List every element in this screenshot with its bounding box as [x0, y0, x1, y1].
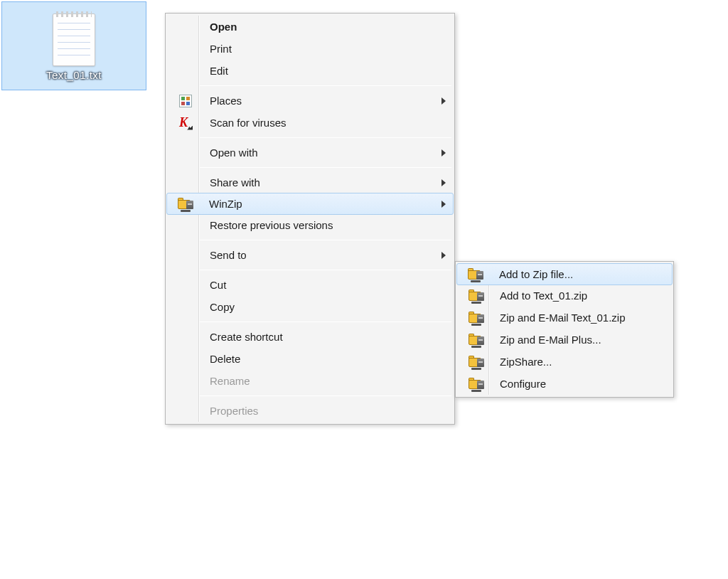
- menu-separator: [200, 240, 451, 240]
- menu-item-send-to[interactable]: Send to: [167, 244, 453, 266]
- winzip-submenu: Add to Zip file... Add to Text_01.zip Zi…: [455, 261, 674, 398]
- text-file-icon: [47, 6, 101, 66]
- menu-label: Open: [201, 21, 439, 33]
- winzip-icon: [468, 268, 482, 281]
- menu-separator: [200, 167, 451, 168]
- kaspersky-icon: K: [179, 117, 192, 129]
- menu-item-print[interactable]: Print: [167, 38, 453, 60]
- menu-label: Configure: [491, 378, 658, 390]
- menu-label: Send to: [201, 249, 439, 261]
- submenu-arrow-icon: [441, 252, 446, 259]
- menu-label: Open with: [201, 147, 439, 159]
- menu-item-delete[interactable]: Delete: [167, 348, 453, 370]
- menu-item-edit[interactable]: Edit: [167, 60, 453, 82]
- menu-label: Zip and E-Mail Plus...: [491, 334, 658, 346]
- submenu-item-zipshare[interactable]: ZipShare...: [457, 351, 672, 373]
- winzip-icon: [469, 290, 483, 302]
- menu-label: Places: [201, 95, 439, 107]
- menu-label: Cut: [201, 279, 439, 291]
- menu-item-scan-viruses[interactable]: K Scan for viruses: [167, 112, 453, 134]
- menu-label: Restore previous versions: [201, 219, 439, 231]
- menu-separator: [200, 395, 451, 396]
- menu-separator: [200, 137, 451, 138]
- submenu-item-zip-email[interactable]: Zip and E-Mail Text_01.zip: [457, 307, 672, 329]
- menu-item-open[interactable]: Open: [167, 16, 453, 38]
- winzip-icon: [469, 378, 483, 391]
- menu-label: Create shortcut: [201, 331, 439, 343]
- menu-label: Copy: [201, 301, 439, 313]
- menu-separator: [200, 85, 451, 86]
- menu-item-rename[interactable]: Rename: [167, 370, 453, 392]
- menu-label: Properties: [201, 405, 439, 417]
- menu-label: Print: [201, 43, 439, 55]
- menu-item-places[interactable]: Places: [167, 90, 453, 112]
- menu-label: Add to Zip file...: [491, 268, 658, 280]
- menu-label: Scan for viruses: [201, 117, 439, 129]
- file-label: Text_01.txt: [46, 69, 102, 81]
- submenu-arrow-icon: [441, 201, 446, 208]
- menu-item-open-with[interactable]: Open with: [167, 142, 453, 164]
- submenu-item-configure[interactable]: Configure: [457, 373, 672, 395]
- submenu-arrow-icon: [441, 179, 446, 186]
- menu-item-copy[interactable]: Copy: [167, 296, 453, 318]
- file-item[interactable]: Text_01.txt: [1, 1, 146, 90]
- menu-label: Add to Text_01.zip: [491, 290, 658, 302]
- winzip-icon: [469, 334, 483, 346]
- menu-label: Zip and E-Mail Text_01.zip: [491, 312, 658, 324]
- submenu-item-add-zip[interactable]: Add to Zip file...: [456, 263, 673, 285]
- menu-item-winzip[interactable]: WinZip: [166, 193, 454, 215]
- menu-item-cut[interactable]: Cut: [167, 274, 453, 296]
- menu-label: Share with: [201, 176, 439, 188]
- winzip-icon: [469, 356, 483, 368]
- menu-label: ZipShare...: [491, 356, 658, 368]
- submenu-arrow-icon: [441, 97, 446, 105]
- menu-item-properties[interactable]: Properties: [167, 400, 453, 422]
- winzip-icon: [178, 198, 192, 211]
- submenu-arrow-icon: [441, 149, 446, 156]
- submenu-item-add-named[interactable]: Add to Text_01.zip: [457, 285, 672, 307]
- menu-label: Edit: [201, 65, 439, 77]
- menu-label: WinZip: [200, 198, 439, 210]
- menu-item-restore-versions[interactable]: Restore previous versions: [167, 214, 453, 236]
- menu-separator: [200, 270, 451, 270]
- menu-label: Delete: [201, 353, 439, 365]
- winzip-icon: [469, 312, 483, 324]
- menu-item-share-with[interactable]: Share with: [167, 171, 453, 193]
- menu-label: Rename: [201, 375, 439, 387]
- context-menu: Open Print Edit Places K Scan for viruse…: [165, 13, 455, 425]
- submenu-item-zip-email-plus[interactable]: Zip and E-Mail Plus...: [457, 329, 672, 351]
- menu-item-create-shortcut[interactable]: Create shortcut: [167, 326, 453, 348]
- places-icon: [179, 95, 192, 107]
- menu-separator: [200, 322, 451, 322]
